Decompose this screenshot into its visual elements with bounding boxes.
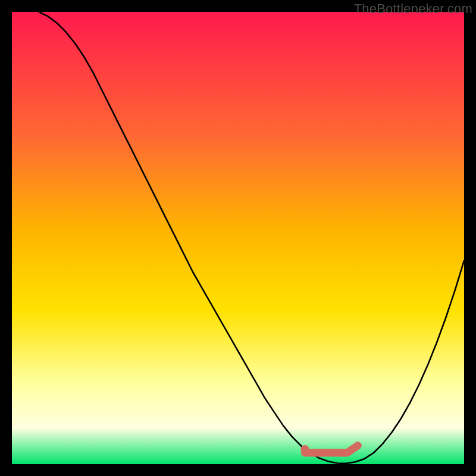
watermark-text: TheBottleneker.com	[354, 1, 472, 17]
optimal-point-marker	[301, 445, 309, 453]
gradient-background	[12, 12, 464, 464]
chart-frame	[12, 12, 464, 464]
bottleneck-chart	[12, 12, 464, 464]
